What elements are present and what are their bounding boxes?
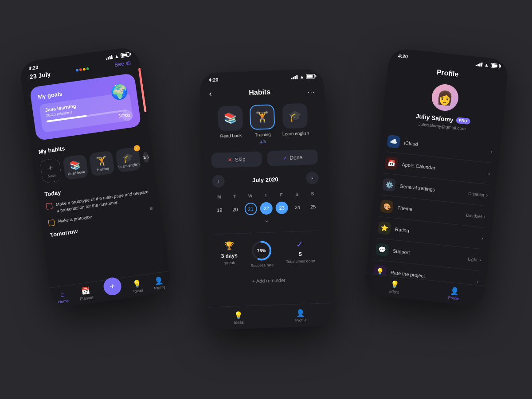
support-label: Support	[393, 248, 469, 262]
nav-ideas[interactable]: 💡 Ideas	[132, 279, 143, 294]
cal-21[interactable]: 21	[244, 203, 257, 215]
general-value: Disablet	[468, 191, 485, 197]
see-all-button[interactable]: See all	[114, 59, 131, 68]
back-button[interactable]: ‹	[209, 89, 212, 98]
english-badge: !	[133, 145, 141, 152]
apple-cal-icon: 📅	[384, 156, 398, 170]
rating-icon: ⭐	[378, 221, 391, 235]
right-time: 4:20	[398, 53, 408, 59]
streak-label: streak	[224, 261, 235, 266]
general-icon: ⚙️	[382, 178, 396, 192]
task-menu-icon[interactable]: ≡	[149, 205, 153, 212]
goals-illustration: 🌍	[105, 77, 135, 107]
support-icon: 💬	[376, 243, 389, 257]
home-icon: ⌂	[60, 290, 65, 298]
cal-24[interactable]: 24	[291, 201, 304, 214]
cal-day-m: M	[212, 192, 226, 201]
center-nav-profile[interactable]: 👤 Profile	[295, 309, 307, 323]
cal-day-f: F	[275, 190, 288, 199]
cal-day-t2: T	[259, 191, 273, 200]
right-signal-icon	[476, 62, 483, 67]
right-profile-icon: 👤	[450, 286, 459, 296]
training-box: 🏋️	[250, 104, 275, 130]
habit-english[interactable]: 🎓 Learn english !	[115, 147, 141, 173]
calendar-grid: M T W T F S S 19 20 21 22 23 24 25	[212, 189, 320, 216]
done-button[interactable]: ✓ Done	[267, 149, 318, 166]
right-status-icons: ▲	[476, 61, 500, 69]
user-avatar: 👩	[430, 83, 460, 112]
cal-day-s1: S	[290, 190, 304, 199]
skip-button[interactable]: ✕ Skip	[211, 151, 262, 168]
right-nav-ideas[interactable]: 💡 iKlars	[389, 280, 400, 294]
more-button[interactable]: ...	[308, 86, 316, 94]
training-icon: 🏋️	[95, 155, 108, 167]
nav-profile-label: Profile	[154, 285, 166, 290]
habits-counter: 1/3	[142, 152, 149, 163]
nav-add-button[interactable]: +	[102, 276, 122, 296]
wifi-icon: ▲	[114, 53, 119, 59]
center-nav-ideas[interactable]: 💡 Ideas	[234, 311, 244, 325]
add-habit-button[interactable]: + New	[40, 158, 63, 184]
task-checkbox-1[interactable]	[46, 203, 53, 210]
task-checkbox-2[interactable]	[48, 219, 55, 227]
add-icon: +	[109, 281, 116, 291]
nav-planner-label: Planner	[79, 295, 94, 301]
center-habit-readbook[interactable]: 📚 Read book	[218, 106, 244, 146]
center-habit-training[interactable]: 🏋️ Training 4/6	[250, 104, 276, 145]
nav-profile[interactable]: 👤 Profile	[153, 276, 166, 291]
cal-23[interactable]: 23	[275, 201, 288, 214]
ideas-icon: 💡	[132, 279, 142, 289]
profile-icon: 👤	[154, 276, 164, 286]
left-time: 4:20	[28, 65, 39, 71]
cal-day-s2: S	[306, 189, 319, 198]
stat-times-done: ✓ 5 Total times done	[285, 238, 315, 266]
nav-home-label: Home	[58, 298, 69, 304]
cal-next-button[interactable]: ›	[306, 172, 319, 184]
times-done-label: Total times done	[286, 258, 315, 264]
right-nav-profile[interactable]: 👤 Profile	[448, 286, 461, 301]
english-label: Learn english	[118, 162, 140, 169]
training-label: Training	[96, 166, 110, 172]
done-check-icon: ✓	[282, 155, 287, 161]
habit-readbook[interactable]: 📚 Read book	[63, 154, 89, 180]
right-wifi-icon: ▲	[484, 62, 489, 68]
trophy-icon: 🏆	[224, 241, 234, 251]
streak-value: 3 days	[221, 252, 238, 259]
right-ideas-label: iKlars	[389, 289, 399, 294]
done-label: Done	[289, 154, 302, 161]
center-habit-english[interactable]: 🎓 Learn english	[281, 103, 309, 144]
calendar-section: ‹ July 2020 › M T W T F S S 19 20 21 22 …	[203, 171, 329, 235]
rating-arrow: ›	[481, 235, 483, 241]
times-done-value: 5	[299, 251, 302, 257]
center-battery-icon	[306, 74, 315, 79]
success-rate-value: 75%	[257, 248, 266, 254]
center-wifi-icon: ▲	[299, 74, 304, 79]
check-icon: ✓	[296, 239, 304, 250]
cal-prev-button[interactable]: ‹	[212, 175, 225, 188]
center-bottom-nav: 💡 Ideas 👤 Profile	[207, 303, 332, 330]
general-arrow: ›	[486, 192, 488, 198]
right-battery-icon	[491, 63, 500, 68]
center-profile-label: Profile	[295, 318, 307, 323]
rating-label: Rating	[395, 227, 482, 241]
english-box: 🎓	[282, 103, 308, 129]
theme-label: Theme	[397, 205, 466, 217]
habit-training[interactable]: 🏋️ Training	[89, 150, 115, 176]
training-label: Training	[255, 132, 271, 137]
cal-25[interactable]: 25	[307, 200, 320, 213]
phone-right: 4:20 ▲ Profile 👩 Juliy Salomy PRO Juliy	[364, 47, 509, 307]
cal-20[interactable]: 20	[229, 203, 242, 216]
habits-screen-title: Habits	[249, 88, 271, 97]
theme-icon: 🎨	[380, 200, 394, 213]
icloud-icon: ☁️	[387, 135, 401, 149]
nav-home[interactable]: ⌂ Home	[57, 289, 69, 304]
stat-success-rate: 75% Success rate	[250, 240, 274, 268]
add-icon: +	[47, 163, 53, 173]
cal-19[interactable]: 19	[213, 203, 226, 216]
skip-x-icon: ✕	[228, 157, 232, 163]
nav-planner[interactable]: 📅 Planner	[78, 286, 94, 301]
google-dots	[76, 67, 90, 72]
english-label: Learn english	[282, 131, 309, 137]
cal-22[interactable]: 22	[260, 202, 273, 215]
cal-month-label: July 2020	[252, 176, 278, 184]
